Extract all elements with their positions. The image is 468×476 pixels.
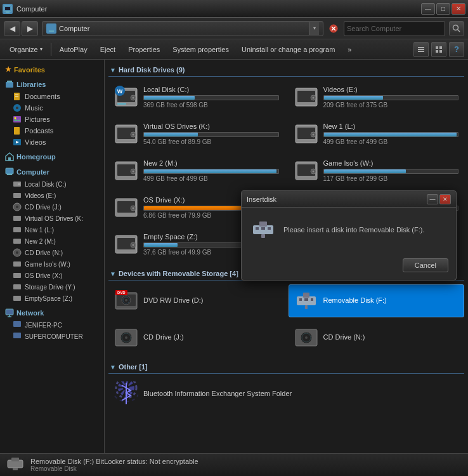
svg-rect-118 (259, 221, 267, 227)
svg-rect-51 (13, 333, 21, 338)
organize-button[interactable]: Organize ▾ (4, 41, 48, 58)
svg-rect-38 (13, 216, 21, 221)
drive-info-k: Virtual OS Drives (K:) 54.0 GB free of 8… (143, 122, 279, 145)
svg-rect-101 (311, 298, 313, 301)
title-bar-left: Computer (3, 4, 47, 14)
sidebar-item-emptyspace-z[interactable]: EmptySpace (Z:) (0, 293, 104, 304)
svg-rect-4 (49, 30, 54, 32)
sidebar-libraries-header[interactable]: Libraries (0, 78, 104, 91)
drive-item-cd-n[interactable]: CD Drive (N:) (289, 321, 465, 354)
uninstall-button[interactable]: Uninstall or change a program (236, 41, 341, 58)
svg-rect-12 (418, 51, 424, 52)
svg-rect-120 (256, 227, 259, 230)
drive-item-bluetooth[interactable]: Bluetooth Information Exchanger System F… (108, 378, 297, 411)
view-details-button[interactable] (413, 42, 429, 57)
svg-text:W: W (117, 88, 123, 95)
drive-bar-fill-c (144, 96, 195, 100)
autoplay-button[interactable]: AutoPlay (54, 41, 93, 58)
sidebar-item-supercomputer[interactable]: SUPERCOMPUTER (0, 331, 104, 342)
drive-icon-k (114, 122, 138, 146)
sidebar-item-storage-y[interactable]: Storage Drive (Y:) (0, 281, 104, 293)
drive-item-w[interactable]: Game Iso's (W:) 117 GB free of 299 GB (289, 154, 465, 187)
sidebar-computer-header[interactable]: Computer (0, 166, 104, 178)
search-button[interactable] (449, 21, 464, 36)
drive-item-cd-j[interactable]: CD Drive (J:) (108, 321, 285, 354)
svg-point-78 (312, 171, 314, 173)
svg-rect-32 (7, 174, 12, 175)
sidebar-item-jenifer-pc[interactable]: JENIFER-PC (0, 319, 104, 331)
sidebar-item-cd-n[interactable]: CD Drive (N:) (0, 247, 104, 258)
removable-toggle[interactable]: ▼ (110, 270, 116, 277)
sidebar-item-osdrive-x[interactable]: OS Drive (X:) (0, 270, 104, 281)
system-properties-button[interactable]: System properties (167, 41, 235, 58)
svg-rect-24 (13, 116, 21, 122)
drive-icon-l (294, 122, 318, 146)
minimize-button[interactable]: — (421, 3, 435, 15)
svg-rect-98 (305, 305, 308, 309)
hard-disk-toggle[interactable]: ▼ (110, 67, 116, 74)
search-box[interactable]: Search Computer (344, 21, 445, 36)
dialog-drive-icon (252, 220, 275, 241)
sidebar-item-local-disk-c[interactable]: Local Disk (C:) (0, 178, 104, 190)
svg-rect-16 (439, 50, 442, 53)
more-button[interactable]: » (342, 41, 357, 58)
address-clear-button[interactable] (327, 22, 340, 35)
sidebar-network-header[interactable]: Network (0, 307, 104, 319)
address-field[interactable]: Computer ▾ (42, 21, 323, 36)
drive-icon-m (114, 159, 138, 183)
eject-button[interactable]: Eject (94, 41, 121, 58)
address-dropdown[interactable]: ▾ (309, 22, 319, 35)
dialog-title-bar: Insertdisk — ✕ (242, 191, 456, 208)
back-button[interactable]: ◀ (4, 21, 20, 36)
svg-rect-1 (5, 7, 10, 10)
maximize-button[interactable]: □ (436, 3, 450, 15)
drive-item-e[interactable]: Videos (E:) 209 GB free of 375 GB (289, 81, 465, 114)
sidebar-item-new2-m[interactable]: New 2 (M:) (0, 235, 104, 247)
dvd-drive-info: DVD RW Drive (D:) (143, 296, 279, 306)
svg-rect-40 (13, 239, 21, 244)
drive-item-l[interactable]: New 1 (L:) 499 GB free of 499 GB (289, 117, 465, 150)
removable-drives-grid: DVD DVD RW Drive (D:) (108, 284, 464, 354)
drive-info-m: New 2 (M:) 499 GB free of 499 GB (143, 159, 279, 182)
sidebar-item-gameiso-w[interactable]: Game Iso's (W:) (0, 258, 104, 270)
sidebar-item-new1-l[interactable]: New 1 (L:) (0, 224, 104, 235)
svg-point-66 (133, 134, 134, 136)
sidebar-item-videos[interactable]: Videos (0, 136, 104, 148)
sidebar-item-documents[interactable]: Documents (0, 91, 104, 102)
properties-button[interactable]: Properties (122, 41, 166, 58)
sidebar-item-podcasts[interactable]: Podcasts (0, 125, 104, 136)
svg-point-23 (16, 107, 18, 109)
forward-button[interactable]: ▶ (22, 21, 38, 36)
sidebar-item-cd-j[interactable]: CD Drive (J:) (0, 201, 104, 213)
drive-bar-bg-c (143, 95, 279, 100)
sidebar-homegroup-header[interactable]: Homegroup (0, 150, 104, 163)
dvd-label: DVD (115, 290, 127, 295)
title-bar: Computer — □ ✕ (0, 0, 468, 18)
svg-rect-35 (13, 193, 21, 198)
svg-point-56 (133, 97, 134, 99)
help-button[interactable]: ? (449, 42, 464, 57)
drive-item-c[interactable]: W Local Disk (C:) 369 GB free of 598 GB (108, 81, 285, 114)
svg-rect-39 (13, 227, 21, 232)
view-tiles-button[interactable] (431, 42, 446, 57)
sidebar-network-section: Network JENIFER-PC SUPERCOMPUTER (0, 307, 104, 342)
window-title: Computer (16, 5, 47, 13)
other-toggle[interactable]: ▼ (110, 364, 116, 371)
svg-rect-18 (7, 81, 12, 83)
drive-bar-fill-w (324, 169, 406, 173)
sidebar-item-videos-e[interactable]: Videos (E:) (0, 190, 104, 201)
drive-item-dvd-d[interactable]: DVD DVD RW Drive (D:) (108, 284, 285, 317)
drive-item-usb-f[interactable]: Removable Disk (F:) (289, 284, 465, 317)
sidebar-item-music[interactable]: Music (0, 102, 104, 114)
drive-item-m[interactable]: New 2 (M:) 499 GB free of 499 GB (108, 154, 285, 187)
dialog-minimize-button[interactable]: — (427, 194, 438, 204)
sidebar-item-pictures[interactable]: Pictures (0, 114, 104, 125)
sidebar-item-virtual-k[interactable]: Virtual OS Drives (K: (0, 213, 104, 224)
svg-rect-13 (436, 46, 438, 49)
sidebar-computer-section: Computer Local Disk (C:) Videos (E:) CD … (0, 166, 104, 304)
dialog-cancel-button[interactable]: Cancel (403, 258, 448, 272)
app-icon (3, 4, 13, 14)
close-button[interactable]: ✕ (452, 3, 465, 15)
drive-item-k[interactable]: Virtual OS Drives (K:) 54.0 GB free of 8… (108, 117, 285, 150)
dialog-close-button[interactable]: ✕ (439, 194, 451, 204)
